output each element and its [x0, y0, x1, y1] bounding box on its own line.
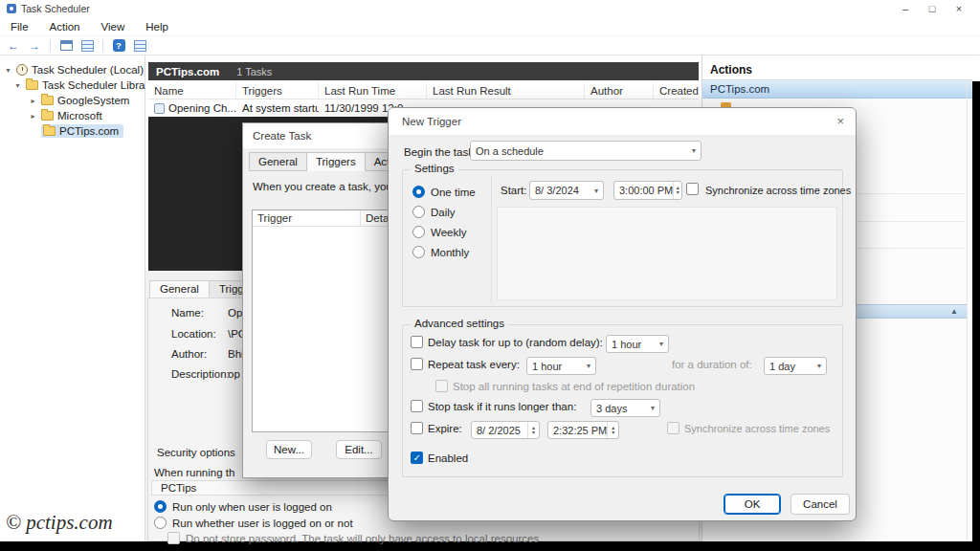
chevron-down-icon[interactable]: ▾ [4, 66, 12, 75]
expire-sync-checkbox[interactable] [667, 422, 679, 434]
daily-radio[interactable]: Daily [412, 206, 456, 218]
dialog-title-bar: New Trigger [389, 108, 856, 135]
enabled-checkbox[interactable] [411, 452, 423, 464]
stop-all-tasks-checkbox[interactable] [435, 380, 448, 392]
spinner-down-icon: ▾ [612, 430, 614, 435]
stop-task-checkbox[interactable] [411, 400, 423, 412]
close-button[interactable]: × [946, 0, 972, 17]
task-name: Opening Ch... [168, 102, 236, 114]
new-trigger-dialog: New Trigger × Begin the task: On a sched… [388, 107, 857, 521]
expire-time-value: 2:32:25 PM [548, 422, 607, 438]
column-last-run-result[interactable]: Last Run Result [427, 82, 585, 99]
chevron-right-icon[interactable]: ▸ [29, 112, 37, 121]
column-triggers[interactable]: Triggers [236, 82, 319, 99]
advanced-settings-group: Advanced settings Delay task for up to (… [402, 324, 843, 477]
column-trigger[interactable]: Trigger [253, 210, 361, 226]
chevron-right-icon[interactable]: ▸ [29, 97, 37, 105]
details-view-icon[interactable] [130, 37, 149, 54]
folder-icon [26, 80, 38, 90]
console-window-icon[interactable] [56, 37, 76, 54]
stop-task-duration-select[interactable]: 3 days ▾ [590, 399, 660, 417]
stop-task-row: Stop task if it runs longer than: 3 days… [403, 399, 842, 418]
help-icon[interactable]: ? [109, 37, 128, 54]
weekly-radio[interactable]: Weekly [412, 226, 467, 238]
start-time-spinner[interactable]: 3:00:00 PM ▴ ▾ [613, 181, 682, 200]
spinner-buttons[interactable]: ▴ ▾ [607, 422, 618, 438]
tree-item-label: Task Scheduler Library [42, 79, 154, 91]
security-options-title: Security options [157, 447, 235, 458]
edit-trigger-button[interactable]: Edit... [336, 440, 382, 459]
folder-icon [41, 96, 54, 105]
monthly-radio[interactable]: Monthly [412, 246, 469, 258]
repeat-task-row: Repeat task every: 1 hour ▾ for a durati… [403, 357, 842, 376]
actions-context-header[interactable]: PCTips.com [702, 80, 972, 99]
new-trigger-button[interactable]: New... [266, 440, 312, 459]
app-icon [7, 4, 16, 13]
radio-label: Daily [431, 207, 456, 218]
forward-arrow-icon[interactable]: → [25, 37, 44, 54]
tree-item-pctips[interactable]: PCTips.com [0, 123, 145, 139]
chevron-down-icon: ▾ [587, 362, 590, 370]
tab-general[interactable]: General [149, 280, 210, 298]
chevron-down-icon: ▾ [651, 404, 655, 412]
spinner-down-icon: ▾ [677, 190, 679, 195]
run-only-logged-on-radio: Run only when user is logged on [154, 500, 332, 513]
chevron-down-icon: ▾ [659, 340, 663, 348]
repeat-interval-value: 1 hour [532, 361, 562, 372]
one-time-radio[interactable]: One time [412, 186, 476, 198]
stop-all-tasks-row: Stop all running tasks at end of repetit… [403, 379, 842, 398]
tab-triggers[interactable]: Triggers [307, 152, 366, 171]
spinner-buttons[interactable]: ▴ ▾ [673, 182, 681, 199]
begin-task-label: Begin the task: [404, 146, 477, 158]
begin-task-select[interactable]: On a schedule ▾ [470, 141, 702, 161]
spinner-buttons[interactable]: ▴ ▾ [527, 422, 539, 438]
expire-checkbox[interactable] [411, 422, 423, 434]
start-date-picker[interactable]: 8/ 3/2024 ▾ [529, 181, 604, 200]
repeat-task-checkbox[interactable] [411, 358, 423, 370]
task-name-cell: Opening Ch... [148, 99, 236, 117]
column-name[interactable]: Name [148, 82, 236, 99]
context-title: PCTips.com [156, 66, 219, 77]
back-arrow-icon[interactable]: ← [4, 37, 23, 54]
column-author[interactable]: Author [585, 82, 654, 99]
maximize-button[interactable]: □ [919, 0, 946, 17]
duration-select[interactable]: 1 day ▾ [764, 357, 827, 375]
tree-item-local[interactable]: ▾ Task Scheduler (Local) [0, 62, 145, 77]
radio-icon [412, 226, 425, 238]
description-label: Description: [171, 368, 230, 380]
grid-icon [134, 40, 146, 52]
tree-item-library[interactable]: ▾ Task Scheduler Library [0, 77, 145, 93]
actions-title: Actions [702, 59, 972, 80]
collapse-up-icon[interactable]: ▲ [950, 307, 958, 316]
delay-duration-select[interactable]: 1 hour ▾ [606, 335, 669, 353]
tab-general[interactable]: General [249, 152, 307, 171]
expire-time-spinner[interactable]: 2:32:25 PM ▴ ▾ [547, 421, 619, 439]
column-header-row: Name Triggers Last Run Time Last Run Res… [148, 82, 699, 99]
list-view-icon[interactable] [78, 37, 97, 54]
tree-item-microsoft[interactable]: ▸ Microsoft [0, 108, 145, 123]
radio-icon [412, 246, 425, 258]
task-count: 1 Tasks [236, 66, 272, 77]
checkbox-label: Do not store password. The task will onl… [186, 533, 539, 544]
ok-button[interactable]: OK [724, 494, 781, 515]
window-controls: – □ × [892, 0, 972, 17]
menu-view[interactable]: View [91, 21, 136, 33]
cancel-button[interactable]: Cancel [791, 494, 850, 515]
column-last-run-time[interactable]: Last Run Time [319, 82, 427, 99]
tree-item-googlesystem[interactable]: ▸ GoogleSystem [0, 93, 145, 108]
sync-timezones-checkbox[interactable] [686, 183, 699, 195]
menu-file[interactable]: File [0, 21, 39, 33]
column-created[interactable]: Created [654, 82, 699, 99]
radio-label: Run only when user is logged on [172, 501, 332, 513]
expire-date-spinner[interactable]: 8/ 2/2025 ▴ ▾ [471, 421, 540, 439]
toolbar: ← → ? [0, 36, 980, 55]
actions-panel-border [967, 80, 968, 541]
minimize-button[interactable]: – [892, 0, 919, 17]
dialog-close-icon[interactable]: × [836, 114, 844, 128]
chevron-down-icon[interactable]: ▾ [13, 81, 22, 90]
menu-action[interactable]: Action [39, 21, 91, 33]
menu-help[interactable]: Help [135, 21, 179, 33]
window-title: Task Scheduler [21, 3, 90, 14]
repeat-interval-select[interactable]: 1 hour ▾ [526, 357, 596, 375]
delay-task-checkbox[interactable] [411, 336, 423, 348]
